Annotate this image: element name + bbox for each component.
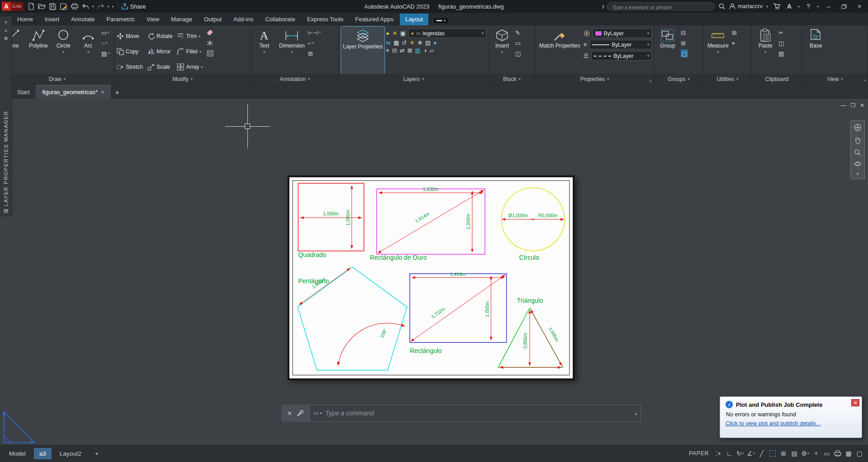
dwg-close-icon[interactable]: ✕ <box>860 102 864 109</box>
create-block-button[interactable]: ▭ <box>515 39 521 47</box>
freeze-layer-icon[interactable]: ❄ <box>417 40 422 46</box>
command-input-area[interactable]: ▭▾ ▴ <box>309 405 641 422</box>
command-input[interactable] <box>325 410 631 417</box>
measure-button[interactable]: Measure ▾ <box>706 27 730 74</box>
edit-block-button[interactable]: ✎ <box>515 29 521 37</box>
clean-screen-icon[interactable]: ▢ <box>854 448 864 459</box>
layer-properties-palette[interactable]: × « ⚙ LAYER PROPERTIES MANAGER ▤ <box>0 16 12 216</box>
new-layout-button[interactable]: + <box>90 448 104 459</box>
modify-panel-footer[interactable]: Modify▾ <box>115 74 250 84</box>
model-tab[interactable]: Model <box>4 448 31 459</box>
off-layer-icon[interactable]: ● <box>433 40 437 46</box>
zoom-icon[interactable] <box>854 149 861 156</box>
scale-button[interactable]: Scale <box>147 60 172 74</box>
explode-button[interactable] <box>207 39 213 47</box>
redo-button[interactable] <box>95 1 106 12</box>
layer-off-icon[interactable]: ● <box>386 30 389 36</box>
palette-autohide-icon[interactable]: « <box>2 26 10 34</box>
system-tray-icon[interactable]: ▦ <box>844 448 854 459</box>
group-selection-toggle[interactable]: ▢ <box>681 49 688 57</box>
text-button[interactable]: A Text ▾ <box>252 27 276 74</box>
plot-tray-icon[interactable] <box>833 448 843 459</box>
tab-manage[interactable]: Manage <box>166 14 198 25</box>
layout-tab-a3[interactable]: a3 <box>34 448 52 459</box>
drawing-area[interactable]: — ❐ ✕ 1,000m 1,000m Quadrado <box>0 99 868 445</box>
layout-tab-layout2[interactable]: Layout2 <box>54 448 87 459</box>
new-file-button[interactable] <box>26 1 37 12</box>
object-snap-icon[interactable]: ∠▾ <box>746 448 756 459</box>
offset-button[interactable] <box>207 49 213 57</box>
layer-unlock-icon[interactable]: ▥ <box>415 48 420 53</box>
annotation-visibility-icon[interactable]: ▤ <box>789 448 799 459</box>
layer-properties-button[interactable]: Layer Properties <box>341 27 384 74</box>
insert-block-button[interactable]: Insert ▾ <box>490 27 514 74</box>
erase-button[interactable] <box>207 29 213 37</box>
recent-commands-icon[interactable]: ▭▾ <box>313 410 322 416</box>
match-props-small-button[interactable]: ▨ <box>778 49 784 57</box>
close-tab-icon[interactable]: × <box>101 89 104 95</box>
match-layer-icon[interactable]: ▦ <box>394 40 399 46</box>
paper-space-indicator[interactable]: PAPER <box>689 450 709 457</box>
table-button[interactable]: ⊞ <box>308 49 321 57</box>
ellipse-tool-button[interactable]: ○▾ <box>101 39 109 47</box>
polar-tracking-icon[interactable]: ↻▾ <box>735 448 745 459</box>
annotation-monitor-icon[interactable]: ＋ <box>811 448 821 459</box>
layer-walk-icon[interactable]: ≡ <box>386 48 389 53</box>
tab-output[interactable]: Output <box>199 14 227 25</box>
tab-express-tools[interactable]: Express Tools <box>302 14 349 25</box>
autocad-logo[interactable]: A CAD <box>2 2 23 11</box>
workspace-switching-icon[interactable]: ⚙▾ <box>800 448 810 459</box>
layer-delete-icon[interactable]: ⊠ <box>407 48 412 53</box>
undo-caret-icon[interactable]: ▾ <box>91 5 95 9</box>
palette-layers-icon[interactable]: ▤ <box>2 206 10 214</box>
tab-home[interactable]: Home <box>12 14 38 25</box>
id-point-button[interactable]: ⌖ <box>732 39 737 47</box>
linetype-dropdown[interactable]: ByLayer ▾ <box>591 51 652 61</box>
tab-annotate[interactable]: Annotate <box>66 14 100 25</box>
make-current-icon[interactable]: ⇆ <box>386 40 391 46</box>
layer-dropdown[interactable]: ● ▭ legendas ▾ <box>408 29 486 38</box>
layer-freeze-icon[interactable]: ☀ <box>392 30 398 36</box>
undo-button[interactable] <box>80 1 91 12</box>
help-caret-icon[interactable]: ▾ <box>816 5 820 9</box>
block-panel-footer[interactable]: Block▾ <box>489 74 535 84</box>
isolate-objects-icon[interactable]: ▭ <box>822 448 832 459</box>
tab-collaborate[interactable]: Collaborate <box>260 14 301 25</box>
help-search-field[interactable] <box>607 2 715 10</box>
palette-settings-icon[interactable]: ⚙ <box>2 34 10 43</box>
properties-dialog-launcher-icon[interactable]: ↘ <box>648 78 652 83</box>
copy-clip-button[interactable]: ◫ <box>778 39 784 47</box>
share-button[interactable]: Share <box>121 3 146 10</box>
command-customize-wrench-icon[interactable] <box>297 410 304 417</box>
command-history-expand-icon[interactable]: ▴ <box>635 411 637 416</box>
paste-button[interactable]: Paste ▾ <box>754 27 777 74</box>
open-file-button[interactable] <box>37 1 47 12</box>
command-line-dock[interactable]: ✕ ▭▾ ▴ <box>281 405 641 422</box>
tab-parametric[interactable]: Parametric <box>101 14 140 25</box>
lock-layer-icon[interactable]: ▤ <box>425 40 431 46</box>
restore-button[interactable] <box>837 0 851 12</box>
selection-cycling-icon[interactable] <box>768 448 778 459</box>
layer-vp-icon[interactable]: ⊟ <box>392 48 397 53</box>
array-button[interactable]: Array▾ <box>177 60 203 74</box>
save-as-button[interactable] <box>58 1 69 12</box>
notification-close-button[interactable]: ✕ <box>851 399 859 406</box>
layer-merge-icon[interactable]: ⇄ <box>400 48 405 53</box>
navbar-menu-caret-icon[interactable]: ▾ <box>857 171 859 176</box>
autodesk-app-button[interactable]: A <box>784 1 795 12</box>
fillet-button[interactable]: Fillet▾ <box>177 45 203 58</box>
match-properties-button[interactable]: Match Properties <box>537 27 582 74</box>
layout-sheet[interactable]: 1,000m 1,000m Quadrado 1,632m 1,914m 1,0… <box>288 176 574 380</box>
quick-calc-button[interactable]: ⊞ <box>732 29 737 37</box>
search-collapse-icon[interactable]: ❯ <box>601 5 605 9</box>
layers-panel-footer[interactable]: Layers▾ <box>339 74 488 84</box>
group-edit-button[interactable]: ⊞ <box>681 39 688 47</box>
tab-document[interactable]: figuras_geometricas* × <box>36 85 110 99</box>
annotation-scale-icon[interactable]: ⊞ <box>778 448 788 459</box>
rectangle-tool-button[interactable]: ▭▾ <box>101 29 109 37</box>
previous-layer-icon[interactable]: ↺ <box>402 40 407 46</box>
base-view-button[interactable]: Base <box>804 27 828 74</box>
command-close-icon[interactable]: ✕ <box>287 410 292 417</box>
close-button[interactable]: × <box>853 0 866 12</box>
account-menu[interactable]: martaccrv ▾ <box>729 3 769 10</box>
